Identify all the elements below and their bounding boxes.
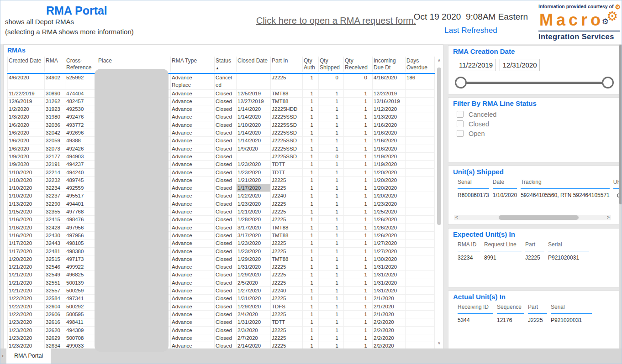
cell-status[interactable]: Closed: [215, 263, 237, 271]
cell-part-in[interactable]: J2225: [271, 208, 303, 216]
cell-cross-reference[interactable]: 494309: [65, 327, 97, 334]
slider-handle-end[interactable]: [602, 77, 614, 88]
cell-qty-received[interactable]: 1: [344, 105, 373, 113]
cell-closed-date[interactable]: 1/23/2020: [237, 239, 271, 247]
cell-days-overdue[interactable]: [406, 232, 435, 239]
cell-cross-reference[interactable]: 500292: [65, 303, 97, 311]
cell-closed-date[interactable]: 1/14/2020: [237, 129, 271, 137]
cell-qty-shipped[interactable]: 1: [319, 169, 344, 177]
cell-rma[interactable]: 32234: [45, 184, 65, 192]
scrollbar-thumb[interactable]: [499, 215, 579, 220]
cell-rma-type[interactable]: Advance Replace: [171, 105, 215, 113]
cell-part-in[interactable]: J2240: [271, 287, 303, 295]
cell-qty-auth[interactable]: 1: [303, 184, 319, 192]
cell-rma[interactable]: 32177: [45, 153, 65, 161]
cell-closed-date[interactable]: [237, 153, 271, 161]
cell-rma-type[interactable]: Advance Replace: [171, 311, 215, 318]
cell-part-in[interactable]: J2225: [271, 248, 303, 255]
cell-qty-shipped[interactable]: 1: [319, 239, 344, 247]
cell-created-date[interactable]: 11/22/2019: [7, 90, 45, 98]
cell-rma-type[interactable]: Advance Replace: [171, 169, 215, 177]
cell-cross-reference[interactable]: 500708: [65, 334, 97, 342]
cell-part-in[interactable]: J2225: [271, 279, 303, 287]
scrollbar-thumb[interactable]: [437, 68, 441, 225]
page-vertical-scrollbar[interactable]: [619, 44, 622, 349]
cell-qty-received[interactable]: 1: [344, 129, 373, 137]
table-row[interactable]: 1/21/202032551500139Advance ReplaceClose…: [7, 279, 435, 287]
cell-status[interactable]: Closed: [215, 129, 237, 137]
cell-part-in[interactable]: J2225: [271, 327, 303, 334]
cell-created-date[interactable]: 1/17/2020: [7, 239, 45, 247]
cell-part-in[interactable]: TMT88: [271, 224, 303, 232]
cell-rma-type[interactable]: Advance Replace: [171, 208, 215, 216]
cell-qty-auth[interactable]: 1: [303, 295, 319, 302]
column-header-request-line[interactable]: Request Line: [484, 239, 522, 251]
cell-part-in[interactable]: J2225: [271, 295, 303, 302]
cell-incoming-due-dt[interactable]: 1/19/2020: [373, 153, 406, 161]
cell-incoming-due-dt[interactable]: 12/16/2019: [373, 98, 406, 105]
cell-qty-auth[interactable]: 1: [303, 192, 319, 200]
cell-created-date[interactable]: 1/22/2020: [7, 303, 45, 311]
cell-incoming-due-dt[interactable]: 2/1/2020: [373, 295, 406, 302]
cell-rma-type[interactable]: Advance Replace: [171, 232, 215, 239]
cell-status[interactable]: Closed: [215, 105, 237, 113]
checkbox[interactable]: [457, 130, 464, 137]
cell-qty-auth[interactable]: 1: [303, 216, 319, 224]
cell-rma-type[interactable]: Advance Replace: [171, 239, 215, 247]
cell-rma[interactable]: 32481: [45, 248, 65, 255]
cell-status[interactable]: Closed: [215, 334, 237, 342]
cell-rma[interactable]: 31262: [45, 98, 65, 105]
cell-rma-type[interactable]: Advance Replace: [171, 295, 215, 302]
cell-incoming-due-dt[interactable]: 1/16/2020: [373, 129, 406, 137]
cell-created-date[interactable]: 1/15/2020: [7, 208, 45, 216]
cell-cross-reference[interactable]: 497173: [65, 255, 97, 263]
cell-rma-type[interactable]: Advance Replace: [171, 153, 215, 161]
cell-status[interactable]: Closed: [215, 184, 237, 192]
cell-status[interactable]: Closed: [215, 295, 237, 302]
cell-cross-reference[interactable]: 498411: [65, 318, 97, 326]
cell-part-in[interactable]: J2225SSD: [271, 153, 303, 161]
table-row[interactable]: 1/13/202032290494401Advance ReplaceClose…: [7, 200, 435, 208]
cell-rma-type[interactable]: Advance Replace: [171, 121, 215, 129]
cell-rma[interactable]: 32237: [45, 192, 65, 200]
table-row[interactable]: 1/6/20203205949388Advance ReplaceClosed1…: [7, 137, 435, 145]
cell-qty-auth[interactable]: 1: [303, 287, 319, 295]
cell-days-overdue[interactable]: [406, 121, 435, 129]
table-row[interactable]: 1/21/202032557500259Advance ReplaceClose…: [7, 287, 435, 295]
cell-qty-shipped[interactable]: 0: [319, 74, 344, 90]
cell-qty-shipped[interactable]: 1: [319, 279, 344, 287]
cell-days-overdue[interactable]: [406, 224, 435, 232]
column-header-qty-auth[interactable]: Qty Auth: [303, 57, 319, 72]
cell-qty-shipped[interactable]: 1: [319, 224, 344, 232]
cell-part-in[interactable]: J2225: [271, 200, 303, 208]
cell-status[interactable]: Closed: [215, 145, 237, 153]
cell-qty-received[interactable]: 1: [344, 239, 373, 247]
table-row[interactable]: 1/9/202032191494237Advance ReplaceClosed…: [7, 161, 435, 168]
horizontal-scrollbar[interactable]: < >: [454, 215, 611, 220]
cell-closed-date[interactable]: 2/5/2020: [237, 279, 271, 287]
cell-created-date[interactable]: 1/21/2020: [7, 279, 45, 287]
table-row[interactable]: 1/3/202031980492476Advance ReplaceClosed…: [7, 113, 435, 121]
cell-incoming-due-dt[interactable]: 1/16/2020: [373, 145, 406, 153]
cell-incoming-due-dt[interactable]: 1/20/2020: [373, 192, 406, 200]
cell-qty-received[interactable]: 1: [344, 271, 373, 279]
cell-status[interactable]: Closed: [215, 279, 237, 287]
cell-closed-date[interactable]: 3/17/2020: [237, 224, 271, 232]
cell-qty-received[interactable]: 1: [344, 137, 373, 145]
cell-qty-shipped[interactable]: 1: [319, 248, 344, 255]
cell-rma-type[interactable]: Advance Replace: [171, 137, 215, 145]
cell-cross-reference[interactable]: 497956: [65, 224, 97, 232]
cell-rma-type[interactable]: Advance Replace: [171, 184, 215, 192]
cell-rma[interactable]: 32214: [45, 169, 65, 177]
cell-status[interactable]: Closed: [215, 169, 237, 177]
cell-qty-shipped[interactable]: 1: [319, 192, 344, 200]
cell-status[interactable]: Closed: [215, 318, 237, 326]
cell-qty-shipped[interactable]: 1: [319, 232, 344, 239]
cell-rma-type[interactable]: Advance Replace: [171, 255, 215, 263]
cell-part-in[interactable]: TMT88: [271, 98, 303, 105]
cell-qty-received[interactable]: 1: [344, 208, 373, 216]
cell-status[interactable]: Closed: [215, 271, 237, 279]
cell-cross-reference[interactable]: 498380: [65, 248, 97, 255]
cell-qty-auth[interactable]: 1: [303, 137, 319, 145]
cell-status[interactable]: Closed: [215, 303, 237, 311]
